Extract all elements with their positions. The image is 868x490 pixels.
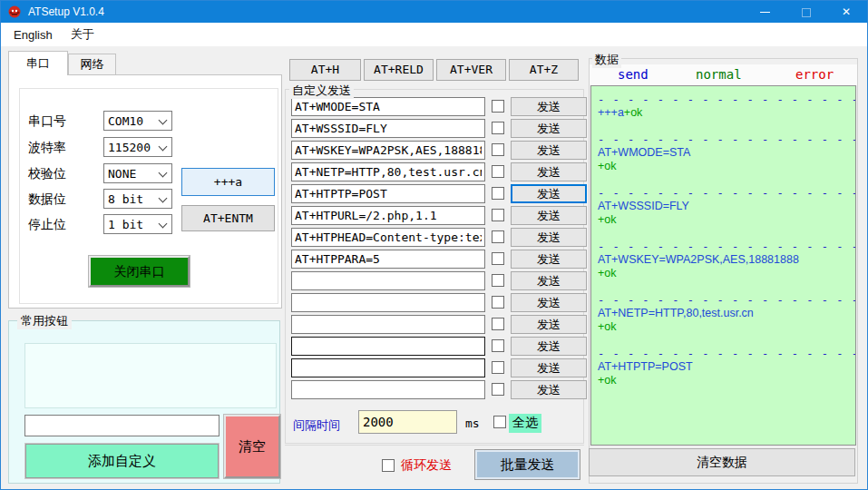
- titlebar: ATSetup V1.0.4 ✕: [1, 1, 867, 23]
- menubar: English 关于: [1, 23, 867, 46]
- clear-data-button[interactable]: 清空数据: [589, 448, 855, 476]
- baudrate-select[interactable]: 115200: [103, 137, 172, 157]
- send-button[interactable]: 发送: [511, 271, 587, 290]
- send-button[interactable]: 发送: [511, 97, 587, 116]
- send-button[interactable]: 发送: [511, 380, 587, 399]
- custom-command-input[interactable]: [291, 358, 485, 377]
- custom-command-checkbox[interactable]: [492, 318, 504, 330]
- clear-common-button[interactable]: 清空: [224, 415, 280, 478]
- send-button[interactable]: 发送: [511, 206, 587, 225]
- custom-command-checkbox[interactable]: [492, 100, 504, 113]
- maximize-button[interactable]: [785, 1, 826, 23]
- menu-item-english[interactable]: English: [5, 28, 62, 42]
- data-log[interactable]: - - - - - - - - - - - - - - - - - - -+++…: [590, 85, 856, 446]
- custom-command-input[interactable]: [291, 337, 485, 356]
- log-line: [598, 227, 849, 240]
- exit-transparent-button[interactable]: +++a: [181, 168, 275, 196]
- minimize-icon: [760, 12, 770, 13]
- custom-command-checkbox[interactable]: [492, 187, 504, 200]
- custom-command-checkbox[interactable]: [492, 252, 504, 265]
- at-ver-button[interactable]: AT+VER: [436, 59, 506, 81]
- send-button[interactable]: 发送: [511, 315, 587, 334]
- chevron-down-icon: [159, 220, 168, 229]
- custom-command-input[interactable]: [291, 184, 485, 203]
- batch-send-button[interactable]: 批量发送: [474, 449, 580, 480]
- new-command-input[interactable]: [24, 415, 219, 436]
- custom-command-input[interactable]: [291, 119, 485, 138]
- send-button[interactable]: 发送: [511, 250, 587, 269]
- chevron-down-icon: [159, 194, 168, 203]
- maximize-icon: [802, 8, 811, 17]
- port-select[interactable]: COM10: [103, 111, 172, 131]
- send-button[interactable]: 发送: [511, 358, 587, 377]
- send-button[interactable]: 发送: [511, 293, 587, 312]
- custom-command-checkbox[interactable]: [492, 230, 504, 243]
- loop-send-checkbox[interactable]: [382, 459, 395, 472]
- custom-command-checkbox[interactable]: [492, 361, 504, 374]
- add-custom-button[interactable]: 添加自定义: [25, 444, 219, 478]
- databits-select[interactable]: 8 bit: [103, 189, 172, 209]
- legend-send: send: [618, 67, 649, 82]
- select-all-checkbox[interactable]: [493, 416, 506, 428]
- custom-command-input[interactable]: [291, 380, 485, 399]
- legend-normal: normal: [696, 67, 742, 82]
- interval-input[interactable]: [358, 410, 457, 434]
- log-line: - - - - - - - - - - - - - - - - - - -: [598, 187, 849, 200]
- port-label: 串口号: [28, 113, 66, 130]
- chevron-down-icon: [159, 169, 168, 178]
- log-line: +ok: [598, 160, 849, 173]
- custom-command-checkbox[interactable]: [492, 274, 504, 287]
- send-button[interactable]: 发送: [511, 228, 587, 247]
- stopbits-label: 停止位: [28, 217, 66, 233]
- custom-command-input[interactable]: [291, 206, 485, 225]
- close-serial-button[interactable]: 关闭串口: [89, 256, 190, 287]
- legend-error: error: [795, 67, 834, 82]
- log-line: AT+HTPTP=POST: [598, 360, 849, 374]
- parity-label: 校验位: [28, 166, 66, 182]
- interval-label: 间隔时间: [293, 417, 340, 434]
- custom-command-input[interactable]: [291, 250, 485, 269]
- select-all-label: 全选: [509, 414, 541, 433]
- custom-command-input[interactable]: [291, 293, 485, 312]
- divider: [285, 445, 584, 446]
- custom-command-input[interactable]: [291, 228, 485, 247]
- at-z-button[interactable]: AT+Z: [509, 59, 579, 81]
- custom-command-input[interactable]: [291, 162, 485, 181]
- custom-command-checkbox[interactable]: [492, 339, 504, 352]
- custom-command-checkbox[interactable]: [492, 143, 504, 156]
- minimize-button[interactable]: [745, 1, 785, 23]
- window-title: ATSetup V1.0.4: [28, 5, 104, 18]
- stopbits-select[interactable]: 1 bit: [103, 214, 172, 234]
- tab-serial[interactable]: 串口: [8, 51, 68, 75]
- send-button[interactable]: 发送: [511, 337, 587, 356]
- parity-select[interactable]: NONE: [103, 163, 172, 183]
- custom-command-input[interactable]: [291, 141, 485, 160]
- send-button[interactable]: 发送: [511, 162, 587, 181]
- custom-command-checkbox[interactable]: [492, 165, 504, 178]
- custom-command-checkbox[interactable]: [492, 296, 504, 309]
- log-line: [598, 173, 849, 187]
- custom-command-input[interactable]: [291, 97, 485, 116]
- menu-item-about[interactable]: 关于: [62, 26, 103, 43]
- custom-command-checkbox[interactable]: [492, 122, 504, 134]
- custom-command-input[interactable]: [291, 271, 485, 290]
- at-h-button[interactable]: AT+H: [289, 59, 361, 81]
- send-button[interactable]: 发送: [511, 184, 587, 203]
- app-icon: [7, 5, 22, 19]
- tab-network[interactable]: 网络: [68, 54, 116, 74]
- send-button[interactable]: 发送: [511, 119, 587, 138]
- chevron-down-icon: [159, 116, 168, 125]
- send-button[interactable]: 发送: [511, 141, 587, 160]
- close-button[interactable]: ✕: [826, 1, 867, 23]
- log-line: - - - - - - - - - - - - - - - - - - -: [598, 240, 849, 253]
- log-line: AT+WMODE=STA: [598, 146, 849, 160]
- at-reld-button[interactable]: AT+RELD: [364, 59, 434, 81]
- log-line: - - - - - - - - - - - - - - - - - - -: [598, 93, 849, 106]
- custom-command-input[interactable]: [291, 315, 485, 334]
- entm-button[interactable]: AT+ENTM: [181, 205, 275, 231]
- custom-command-checkbox[interactable]: [492, 209, 504, 221]
- log-line: +ok: [598, 320, 849, 334]
- loop-send-label: 循环发送: [401, 457, 452, 474]
- custom-command-checkbox[interactable]: [492, 383, 504, 396]
- app-window: ATSetup V1.0.4 ✕ English 关于 串口 网络 串口号 CO…: [0, 0, 868, 490]
